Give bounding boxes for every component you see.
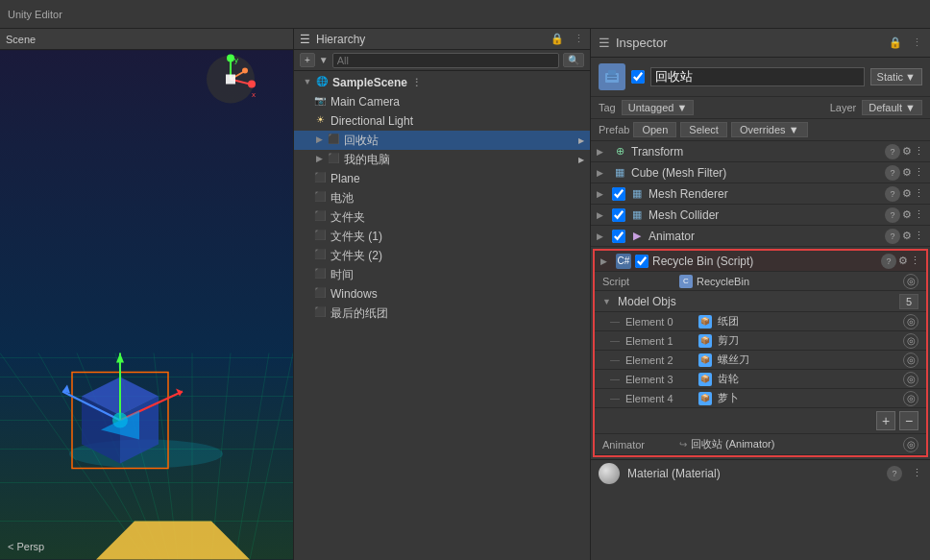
mesh-renderer-settings-icon[interactable]: ⚙ — [902, 187, 912, 200]
script-component-section: ▶ C# Recycle Bin (Script) ? ⚙ ⋮ Script C… — [593, 249, 928, 457]
object-header: Static ▼ — [591, 58, 930, 97]
hierarchy-item-windows[interactable]: ⬛ Windows — [294, 284, 590, 304]
item-paper-label: 最后的纸团 — [330, 305, 388, 322]
script-help-icon[interactable]: ? — [881, 254, 896, 269]
hierarchy-add-button[interactable]: + — [300, 53, 315, 67]
prefab-select-button[interactable]: Select — [680, 122, 727, 137]
component-animator[interactable]: ▶ ▶ Animator ? ⚙ ⋮ — [591, 226, 930, 247]
item-directional-light-label: Directional Light — [330, 114, 413, 128]
component-transform[interactable]: ▶ ⊕ Transform ? ⚙ ⋮ — [591, 141, 930, 162]
hierarchy-item-mypc[interactable]: ▶ ⬛ 我的电脑 ▶ — [294, 150, 590, 169]
hierarchy-search-icon-btn[interactable]: 🔍 — [563, 53, 584, 67]
el2-label: Element 2 — [625, 354, 693, 366]
animator-sub-select-btn[interactable]: ◎ — [903, 437, 918, 452]
animator-dots-icon[interactable]: ⋮ — [914, 230, 924, 242]
layer-dropdown[interactable]: Default ▼ — [862, 100, 922, 115]
el1-label: Element 1 — [625, 335, 693, 347]
hierarchy-item-recyclebin[interactable]: ▶ ⬛ 回收站 ▶ — [294, 131, 590, 150]
animator-help-icon[interactable]: ? — [885, 229, 900, 244]
hierarchy-panel: ☰ Hierarchy 🔒 ⋮ + ▼ 🔍 ▼ 🌐 SampleScene ⋮ … — [293, 29, 591, 560]
component-mesh-filter[interactable]: ▶ ▦ Cube (Mesh Filter) ? ⚙ ⋮ — [591, 162, 930, 183]
animator-icon: ▶ — [629, 229, 645, 244]
el2-select-btn[interactable]: ◎ — [903, 353, 918, 368]
hierarchy-item-directional-light[interactable]: ☀ Directional Light — [294, 111, 590, 131]
animator-checkbox[interactable] — [612, 230, 625, 243]
script-select-btn[interactable]: ◎ — [903, 274, 918, 289]
component-mesh-renderer[interactable]: ▶ ▦ Mesh Renderer ? ⚙ ⋮ — [591, 183, 930, 205]
hierarchy-item-time[interactable]: ⬛ 时间 — [294, 265, 590, 284]
transform-help-icon[interactable]: ? — [885, 144, 900, 159]
mesh-collider-help-icon[interactable]: ? — [885, 207, 900, 223]
el0-select-btn[interactable]: ◎ — [903, 314, 918, 329]
hierarchy-item-plane[interactable]: ⬛ Plane — [294, 169, 590, 188]
script-dots-icon[interactable]: ⋮ — [910, 255, 920, 267]
mesh-renderer-dots-icon[interactable]: ⋮ — [914, 187, 924, 200]
hierarchy-item-paper[interactable]: ⬛ 最后的纸团 — [294, 304, 590, 323]
add-remove-row: + − — [595, 408, 926, 434]
scene-canvas[interactable]: y x < Persp — [0, 50, 293, 560]
mesh-filter-dots-icon[interactable]: ⋮ — [914, 166, 924, 179]
material-dots-icon[interactable]: ⋮ — [912, 467, 922, 479]
el3-select-btn[interactable]: ◎ — [903, 372, 918, 387]
object-icon — [599, 63, 625, 90]
hierarchy-dots-icon[interactable]: ⋮ — [574, 33, 584, 45]
script-component-header[interactable]: ▶ C# Recycle Bin (Script) ? ⚙ ⋮ — [595, 251, 926, 272]
mesh-renderer-help-icon[interactable]: ? — [885, 186, 900, 202]
inspector-dots-icon[interactable]: ⋮ — [912, 37, 922, 49]
hierarchy-item-main-camera[interactable]: 📷 Main Camera — [294, 92, 590, 111]
el1-select-btn[interactable]: ◎ — [903, 333, 918, 349]
prefab-overrides-arrow: ▼ — [789, 124, 799, 135]
hierarchy-lock-icon[interactable]: 🔒 — [551, 33, 564, 45]
recyclebin-arrow: ▶ — [313, 134, 325, 146]
transform-icon: ⊕ — [612, 144, 627, 159]
folder1-icon: ⬛ — [313, 210, 327, 224]
script-checkbox[interactable] — [635, 255, 649, 268]
mesh-collider-checkbox[interactable] — [612, 208, 625, 222]
prefab-open-button[interactable]: Open — [633, 122, 676, 137]
mypc-icon: ⬛ — [327, 153, 340, 166]
animator-arrow: ▶ — [597, 231, 608, 241]
inspector-lock-icon[interactable]: 🔒 — [889, 37, 902, 49]
hierarchy-item-folder3[interactable]: ⬛ 文件夹 (2) — [294, 246, 590, 265]
transform-dots-icon[interactable]: ⋮ — [914, 145, 924, 158]
top-bar-label: Unity Editor — [0, 9, 70, 20]
script-settings-icon[interactable]: ⚙ — [898, 255, 908, 267]
remove-element-button[interactable]: − — [899, 411, 918, 430]
hierarchy-search-input[interactable] — [332, 53, 559, 68]
object-enabled-checkbox[interactable] — [631, 70, 645, 84]
hierarchy-panel-icon: ☰ — [300, 33, 310, 46]
prefab-overrides-button[interactable]: Overrides ▼ — [731, 122, 808, 137]
scene-dots-icon[interactable]: ⋮ — [411, 77, 422, 89]
tag-label: Tag — [599, 102, 616, 113]
windows-icon: ⬛ — [313, 287, 327, 301]
hierarchy-scene-root[interactable]: ▼ 🌐 SampleScene ⋮ — [294, 73, 590, 92]
element-row-0: — Element 0 📦 纸团 ◎ — [595, 312, 926, 331]
tag-dropdown[interactable]: Untagged ▼ — [622, 100, 695, 115]
battery-icon: ⬛ — [313, 191, 327, 205]
mesh-collider-settings-icon[interactable]: ⚙ — [902, 208, 912, 221]
add-element-button[interactable]: + — [876, 411, 895, 430]
mesh-filter-settings-icon[interactable]: ⚙ — [902, 166, 912, 179]
el0-icon: 📦 — [698, 315, 712, 329]
mesh-renderer-checkbox[interactable] — [612, 187, 625, 201]
main-content: Scene — [0, 29, 930, 560]
component-mesh-collider[interactable]: ▶ ▦ Mesh Collider ? ⚙ ⋮ — [591, 205, 930, 226]
mesh-collider-dots-icon[interactable]: ⋮ — [914, 208, 924, 221]
inspector-panel: ☰ Inspector 🔒 ⋮ — [591, 29, 930, 560]
hierarchy-item-folder1[interactable]: ⬛ 文件夹 — [294, 207, 590, 227]
static-button[interactable]: Static ▼ — [870, 68, 922, 85]
el0-label: Element 0 — [625, 316, 693, 328]
static-label: Static — [877, 71, 904, 83]
el1-icon: 📦 — [698, 334, 712, 348]
hierarchy-content[interactable]: ▼ 🌐 SampleScene ⋮ 📷 Main Camera ☀ Direct… — [294, 71, 590, 560]
hierarchy-item-battery[interactable]: ⬛ 电池 — [294, 188, 590, 207]
material-help-icon[interactable]: ? — [887, 466, 902, 481]
hierarchy-item-folder2[interactable]: ⬛ 文件夹 (1) — [294, 227, 590, 246]
el4-select-btn[interactable]: ◎ — [903, 391, 918, 406]
scene-name: SampleScene — [332, 76, 407, 89]
animator-settings-icon[interactable]: ⚙ — [902, 230, 912, 242]
script-name: Recycle Bin (Script) — [652, 255, 879, 268]
transform-settings-icon[interactable]: ⚙ — [902, 145, 912, 158]
mesh-filter-help-icon[interactable]: ? — [885, 165, 900, 181]
object-name-input[interactable] — [650, 67, 865, 86]
